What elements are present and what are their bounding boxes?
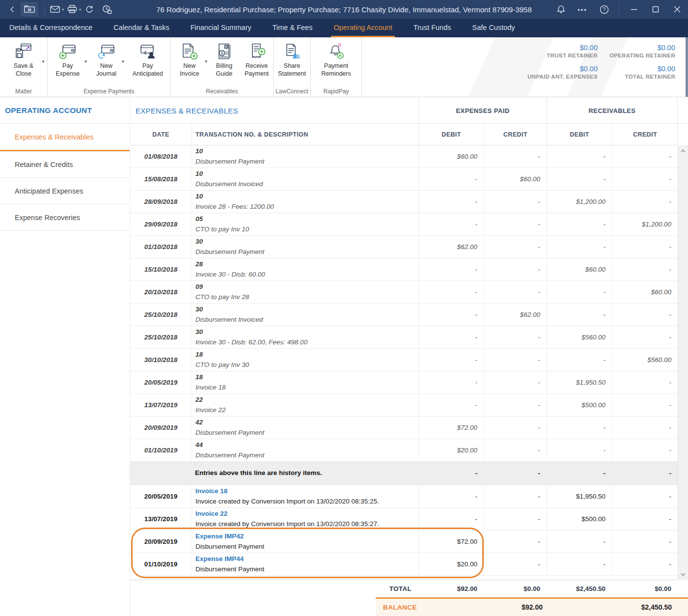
- operating-retainer: $0.00 OPERATING RETAINER: [609, 44, 675, 58]
- balance-expenses-value: $92.00: [522, 603, 543, 611]
- save-close-button[interactable]: ▼ Save &Close: [2, 42, 45, 78]
- dropdown-caret-icon[interactable]: ▼: [204, 59, 208, 64]
- description-cell: 22Invoice 22: [192, 394, 418, 416]
- ribbon-scrollbar[interactable]: [686, 37, 688, 97]
- back-icon[interactable]: [6, 2, 19, 16]
- description-cell: 30Disbursement Invoiced: [192, 304, 418, 326]
- transaction-number: 18: [195, 372, 418, 383]
- refresh-icon[interactable]: [83, 2, 96, 16]
- date-cell: [130, 462, 192, 485]
- maximize-icon[interactable]: [645, 0, 666, 19]
- amount-cell: -: [418, 349, 484, 371]
- module-tabbar: Details & Correspondence Calendar & Task…: [0, 19, 688, 37]
- table-row: 15/08/201810Disbursement Invoiced-$60.00…: [130, 168, 678, 191]
- table-column-header: DATE TRANSACTION NO. & DESCRIPTION DEBIT…: [130, 124, 678, 145]
- tab-safe-custody[interactable]: Safe Custody: [470, 19, 518, 37]
- amount-cell: -: [547, 304, 612, 326]
- retainer-summary: $0.00 TRUST RETAINER $0.00 OPERATING RET…: [527, 44, 675, 80]
- transaction-number: 05: [195, 214, 418, 224]
- date-cell: 20/09/2019: [130, 531, 192, 553]
- titlebar-toolbar: M ▾ ▾: [0, 0, 113, 19]
- transaction-description: Disbursement Payment: [195, 428, 418, 438]
- amount-cell: $20.00: [418, 439, 484, 461]
- amount-cell: $1,950.50: [547, 371, 612, 393]
- amount-cell: -: [418, 371, 484, 393]
- tab-time-fees[interactable]: Time & Fees: [270, 19, 315, 37]
- sidebar-item-retainer-credits[interactable]: Retainer & Credits: [0, 151, 130, 178]
- tab-details-correspondence[interactable]: Details & Correspondence: [7, 19, 95, 37]
- vertical-scrollbar[interactable]: [678, 145, 688, 580]
- amount-cell: -: [484, 281, 547, 303]
- amount-cell: -: [484, 417, 547, 439]
- description-cell: 18CTO to pay Inv 30: [192, 349, 418, 371]
- transaction-description: Disbursement Invoiced: [195, 315, 418, 325]
- date-cell: 20/05/2019: [130, 485, 192, 507]
- pay-expense-button[interactable]: ▼ PayExpense: [48, 42, 88, 78]
- tab-calendar-tasks[interactable]: Calendar & Tasks: [111, 19, 171, 37]
- svg-text:?: ?: [603, 6, 605, 12]
- email-icon[interactable]: [49, 2, 61, 16]
- amount-cell: -: [484, 371, 547, 393]
- table-body: 01/08/201810Disbursement Payment$60.00--…: [130, 145, 678, 580]
- share-statement-button[interactable]: ShareStatement: [274, 42, 310, 78]
- minimize-icon[interactable]: [623, 0, 645, 19]
- amount-cell: -: [547, 531, 612, 553]
- amount-cell: -: [612, 394, 678, 416]
- close-icon[interactable]: [666, 0, 688, 19]
- date-cell: 29/09/2018: [130, 213, 192, 235]
- table-row: 20/09/201942Disbursement Payment$72.00--…: [130, 417, 678, 439]
- transaction-link[interactable]: Invoice 22: [195, 509, 418, 519]
- help-icon[interactable]: ?: [593, 0, 615, 19]
- amount-cell: $560.00: [547, 326, 612, 348]
- table-row: 13/07/2019Invoice 22Invoice created by C…: [130, 508, 678, 531]
- email-dropdown-caret-icon[interactable]: ▾: [62, 7, 64, 12]
- notifications-icon[interactable]: [550, 0, 572, 19]
- tab-operating-account[interactable]: Operating Account: [331, 19, 394, 37]
- dropdown-caret-icon[interactable]: ▼: [41, 59, 45, 64]
- amount-cell: -: [484, 236, 547, 258]
- amount-cell: -: [484, 213, 547, 235]
- matter-folder-icon[interactable]: M: [21, 2, 38, 17]
- transaction-description: Disbursement Payment: [195, 542, 418, 552]
- transaction-number: 22: [195, 395, 418, 405]
- ribbon-group-receivables: ▼ NewInvoice R $ BillingG: [171, 37, 274, 97]
- new-invoice-button[interactable]: ▼ NewInvoice: [171, 42, 208, 78]
- tab-financial-summary[interactable]: Financial Summary: [188, 19, 254, 37]
- dropdown-caret-icon[interactable]: ▼: [121, 59, 125, 64]
- receive-payment-button[interactable]: ReceivePayment: [240, 42, 273, 78]
- sidebar-item-expense-recoveries[interactable]: Expense Recoveries: [0, 204, 130, 231]
- sidebar-item-anticipated-expenses[interactable]: Anticipated Expenses: [0, 178, 130, 204]
- amount-cell: $500.00: [547, 508, 612, 530]
- amount-cell: -: [612, 531, 678, 553]
- transaction-number: 30: [195, 237, 418, 247]
- description-cell: Expense IMP44Disbursement Payment: [192, 553, 418, 575]
- payment-reminders-button[interactable]: R PaymentReminders: [314, 42, 358, 78]
- pay-anticipated-button[interactable]: PayAnticipated: [125, 42, 170, 78]
- table-row: 29/09/201805CTO to pay Inv 10---$1,200.0…: [130, 213, 678, 236]
- scroll-up-icon[interactable]: [678, 147, 688, 155]
- timesheet-icon[interactable]: [101, 2, 113, 16]
- expenses-receivables-panel: EXPENSES & RECEIVABLES EXPENSES PAID REC…: [130, 97, 688, 616]
- new-journal-button[interactable]: ▼ NewJournal: [88, 42, 125, 78]
- svg-text:$: $: [221, 51, 223, 56]
- amount-cell: -: [612, 439, 678, 461]
- total-retainer: $0.00 TOTAL RETAINER: [609, 65, 675, 80]
- transaction-link[interactable]: Expense IMP44: [195, 554, 418, 564]
- more-icon[interactable]: •••: [572, 0, 593, 19]
- amount-cell: -: [547, 349, 612, 371]
- tab-trust-funds[interactable]: Trust Funds: [411, 19, 454, 37]
- ribbon-group-label: LawConnect: [274, 88, 310, 95]
- print-dropdown-caret-icon[interactable]: ▾: [79, 7, 81, 12]
- billing-guide-button[interactable]: R $ BillingGuide: [208, 42, 241, 78]
- sidebar-item-expenses-receivables[interactable]: Expenses & Receivables: [0, 124, 130, 151]
- transaction-description: CTO to pay Inv 10: [195, 224, 418, 235]
- amount-cell: $60.00: [418, 145, 484, 168]
- group-header-receivables: RECEIVABLES: [547, 97, 678, 124]
- transaction-number: 30: [195, 327, 418, 337]
- sidebar-title: OPERATING ACCOUNT: [0, 97, 130, 124]
- print-icon[interactable]: [66, 2, 79, 16]
- transaction-link[interactable]: Invoice 18: [195, 486, 418, 497]
- scroll-down-icon[interactable]: [678, 570, 688, 578]
- transaction-link[interactable]: Expense IMP42: [195, 532, 418, 542]
- dropdown-caret-icon[interactable]: ▼: [84, 59, 88, 64]
